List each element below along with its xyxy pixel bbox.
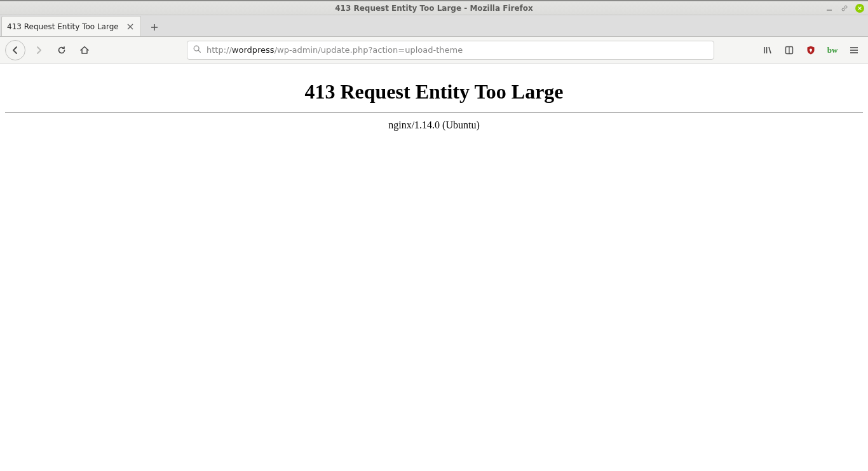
window-title: 413 Request Entity Too Large - Mozilla F… [335, 4, 533, 13]
browser-tab[interactable]: 413 Request Entity Too Large [1, 16, 141, 36]
error-heading: 413 Request Entity Too Large [0, 80, 868, 104]
url-host: wordpress [232, 45, 275, 55]
url-bar[interactable]: http://wordpress/wp-admin/update.php?act… [187, 41, 714, 60]
new-tab-button[interactable] [145, 18, 164, 36]
divider [5, 113, 863, 113]
svg-rect-17 [810, 51, 811, 52]
window-titlebar: 413 Request Entity Too Large - Mozilla F… [0, 0, 868, 15]
svg-line-13 [769, 47, 771, 53]
window-controls [825, 1, 864, 15]
menu-button[interactable] [848, 44, 860, 57]
svg-line-10 [198, 50, 200, 52]
server-signature: nginx/1.14.0 (Ubuntu) [0, 119, 868, 131]
url-prefix: http:// [207, 45, 232, 55]
home-button[interactable] [75, 41, 94, 60]
window-minimize-button[interactable] [825, 4, 834, 13]
url-text: http://wordpress/wp-admin/update.php?act… [207, 45, 709, 55]
library-icon[interactable] [761, 44, 774, 57]
url-path: /wp-admin/update.php?action=upload-theme [275, 45, 463, 55]
svg-point-1 [842, 8, 844, 11]
bitwarden-icon[interactable]: bw [826, 44, 839, 57]
svg-point-2 [844, 6, 847, 8]
tab-strip: 413 Request Entity Too Large [0, 15, 868, 37]
back-button[interactable] [5, 40, 25, 60]
page-content: 413 Request Entity Too Large nginx/1.14.… [0, 64, 868, 131]
tab-title: 413 Request Entity Too Large [7, 22, 125, 31]
window-close-button[interactable] [855, 4, 864, 13]
navigation-toolbar: http://wordpress/wp-admin/update.php?act… [0, 37, 868, 64]
window-maximize-button[interactable] [840, 4, 849, 13]
tab-close-button[interactable] [125, 22, 135, 32]
toolbar-right-icons: bw [761, 44, 863, 57]
search-icon [193, 44, 201, 55]
forward-button[interactable] [29, 41, 48, 60]
svg-point-16 [810, 48, 812, 51]
reload-button[interactable] [52, 41, 71, 60]
reader-view-icon[interactable] [783, 44, 796, 57]
ublock-icon[interactable] [804, 44, 817, 57]
